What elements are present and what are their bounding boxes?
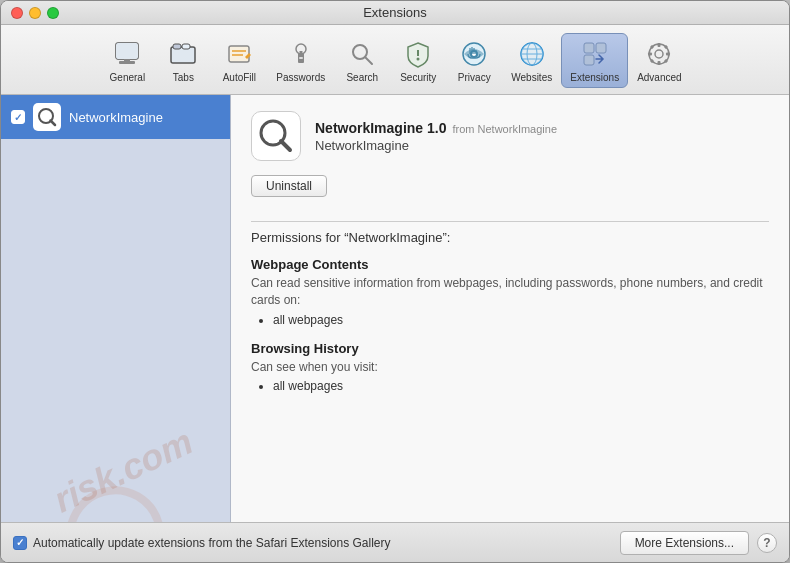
permission-list-history: all webpages xyxy=(251,379,769,393)
sidebar-checkbox[interactable]: ✓ xyxy=(11,110,25,124)
window: Extensions General xyxy=(0,0,790,563)
title-bar: Extensions xyxy=(1,1,789,25)
svg-rect-35 xyxy=(666,53,670,56)
svg-point-31 xyxy=(655,50,663,58)
tabs-label: Tabs xyxy=(173,72,194,83)
svg-rect-13 xyxy=(299,57,303,59)
footer-checkbox-wrap: ✓ Automatically update extensions from t… xyxy=(13,536,612,550)
svg-rect-12 xyxy=(299,51,302,55)
ext-title-block: NetworkImagine 1.0 from NetworkImagine N… xyxy=(315,120,769,153)
ext-icon-large xyxy=(251,111,301,161)
minimize-button[interactable] xyxy=(29,7,41,19)
svg-rect-6 xyxy=(182,44,190,49)
permission-heading-history: Browsing History xyxy=(251,341,769,356)
toolbar-item-privacy[interactable]: Privacy xyxy=(446,33,502,88)
tabs-icon xyxy=(167,38,199,70)
ext-name: NetworkImagine 1.0 xyxy=(315,120,447,136)
permission-section-history: Browsing History Can see when you visit:… xyxy=(251,341,769,394)
sidebar-ext-icon xyxy=(33,103,61,131)
sidebar-item-networkimagine[interactable]: ✓ NetworkImagine xyxy=(1,95,230,139)
sidebar: ✓ NetworkImagine risk.com xyxy=(1,95,231,522)
traffic-lights xyxy=(11,7,59,19)
sidebar-item-name: NetworkImagine xyxy=(69,110,163,125)
ext-header: NetworkImagine 1.0 from NetworkImagine N… xyxy=(251,111,769,161)
toolbar-item-search[interactable]: Search xyxy=(334,33,390,88)
footer: ✓ Automatically update extensions from t… xyxy=(1,522,789,562)
security-label: Security xyxy=(400,72,436,83)
toolbar: General Tabs Au xyxy=(1,25,789,95)
svg-line-41 xyxy=(51,121,56,126)
svg-rect-33 xyxy=(658,61,661,65)
autofill-label: AutoFill xyxy=(223,72,256,83)
extensions-label: Extensions xyxy=(570,72,619,83)
window-title: Extensions xyxy=(363,5,427,20)
svg-rect-28 xyxy=(596,43,606,53)
help-button[interactable]: ? xyxy=(757,533,777,553)
svg-rect-2 xyxy=(119,61,135,64)
general-icon xyxy=(111,38,143,70)
toolbar-item-tabs[interactable]: Tabs xyxy=(155,33,211,88)
toolbar-item-websites[interactable]: Websites xyxy=(502,33,561,88)
svg-rect-32 xyxy=(658,43,661,47)
permission-list-item: all webpages xyxy=(273,379,769,393)
svg-rect-27 xyxy=(584,43,594,53)
ext-subtitle: NetworkImagine xyxy=(315,138,769,153)
detail-panel: NetworkImagine 1.0 from NetworkImagine N… xyxy=(231,95,789,522)
websites-icon xyxy=(516,38,548,70)
permission-list-item: all webpages xyxy=(273,313,769,327)
svg-rect-1 xyxy=(116,43,138,59)
svg-line-15 xyxy=(365,57,372,64)
extensions-icon xyxy=(579,38,611,70)
permissions-heading: Permissions for “NetworkImagine”: xyxy=(251,230,769,245)
privacy-label: Privacy xyxy=(458,72,491,83)
toolbar-item-extensions[interactable]: Extensions xyxy=(561,33,628,88)
uninstall-button[interactable]: Uninstall xyxy=(251,175,327,197)
svg-rect-5 xyxy=(173,44,181,49)
general-label: General xyxy=(110,72,146,83)
permission-desc-history: Can see when you visit: xyxy=(251,359,769,376)
autofill-icon xyxy=(223,38,255,70)
permission-section-webpage: Webpage Contents Can read sensitive info… xyxy=(251,257,769,327)
privacy-icon xyxy=(458,38,490,70)
svg-rect-7 xyxy=(229,46,249,62)
svg-point-26 xyxy=(521,43,543,65)
advanced-icon xyxy=(643,38,675,70)
advanced-label: Advanced xyxy=(637,72,681,83)
footer-checkbox-label: Automatically update extensions from the… xyxy=(33,536,391,550)
passwords-icon xyxy=(285,38,317,70)
close-button[interactable] xyxy=(11,7,23,19)
security-icon xyxy=(402,38,434,70)
ext-from: from NetworkImagine xyxy=(453,123,558,135)
permission-desc-webpage: Can read sensitive information from webp… xyxy=(251,275,769,309)
sidebar-watermark: risk.com xyxy=(2,367,230,517)
svg-line-45 xyxy=(281,141,290,150)
toolbar-item-general[interactable]: General xyxy=(99,33,155,88)
search-icon xyxy=(346,38,378,70)
divider xyxy=(251,221,769,222)
svg-rect-29 xyxy=(584,55,594,65)
toolbar-item-advanced[interactable]: Advanced xyxy=(628,33,690,88)
toolbar-item-autofill[interactable]: AutoFill xyxy=(211,33,267,88)
toolbar-item-security[interactable]: Security xyxy=(390,33,446,88)
permission-list-webpage: all webpages xyxy=(251,313,769,327)
search-label: Search xyxy=(346,72,378,83)
svg-rect-34 xyxy=(648,53,652,56)
main-content: ✓ NetworkImagine risk.com xyxy=(1,95,789,522)
svg-point-17 xyxy=(417,58,420,61)
passwords-label: Passwords xyxy=(276,72,325,83)
permission-heading-webpage: Webpage Contents xyxy=(251,257,769,272)
toolbar-item-passwords[interactable]: Passwords xyxy=(267,33,334,88)
svg-point-42 xyxy=(60,481,170,522)
websites-label: Websites xyxy=(511,72,552,83)
more-extensions-button[interactable]: More Extensions... xyxy=(620,531,749,555)
footer-checkbox[interactable]: ✓ xyxy=(13,536,27,550)
maximize-button[interactable] xyxy=(47,7,59,19)
svg-rect-3 xyxy=(124,59,130,61)
